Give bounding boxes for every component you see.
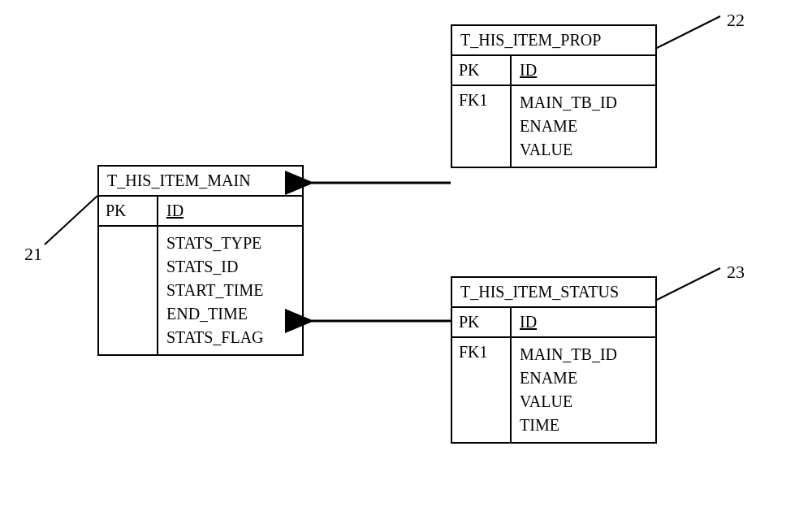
callout-line-21 [41,192,102,249]
callout-22: 22 [727,10,745,31]
empty-key-cell [99,227,158,354]
entity-prop: T_HIS_ITEM_PROP PK ID FK1 MAIN_TB_ID ENA… [451,24,657,168]
svg-line-6 [655,268,720,301]
arrow-prop-to-main [300,171,451,195]
pk-field: ID [512,56,655,84]
field: TIME [520,414,647,437]
pk-field: ID [158,197,302,225]
entity-status: T_HIS_ITEM_STATUS PK ID FK1 MAIN_TB_ID E… [451,276,657,444]
entity-status-pk-row: PK ID [452,308,655,338]
entity-main: T_HIS_ITEM_MAIN PK ID STATS_TYPE STATS_I… [97,165,304,356]
svg-line-4 [45,196,97,245]
entity-status-fields-row: FK1 MAIN_TB_ID ENAME VALUE TIME [452,338,655,442]
er-diagram-canvas: T_HIS_ITEM_MAIN PK ID STATS_TYPE STATS_I… [0,0,812,507]
fields-cell: MAIN_TB_ID ENAME VALUE [512,86,655,167]
field: ENAME [520,366,647,390]
pk-label: PK [452,308,512,336]
callout-line-22 [651,12,724,53]
callout-23: 23 [727,262,745,283]
field: START_TIME [166,279,294,302]
callout-line-23 [651,264,724,305]
svg-line-5 [655,16,720,49]
field: VALUE [520,138,647,162]
fields-cell: STATS_TYPE STATS_ID START_TIME END_TIME … [158,227,302,354]
pk-field: ID [512,308,655,336]
field: END_TIME [166,302,294,326]
field: MAIN_TB_ID [520,343,647,366]
callout-21: 21 [24,244,42,265]
pk-label: PK [99,197,158,225]
field: STATS_FLAG [166,326,294,349]
fk-label: FK1 [452,338,512,442]
entity-main-title: T_HIS_ITEM_MAIN [99,167,302,197]
entity-main-fields-row: STATS_TYPE STATS_ID START_TIME END_TIME … [99,227,302,354]
entity-main-pk-row: PK ID [99,197,302,227]
field: STATS_ID [166,255,294,279]
field: VALUE [520,390,647,414]
entity-prop-fields-row: FK1 MAIN_TB_ID ENAME VALUE [452,86,655,167]
field: STATS_TYPE [166,232,294,255]
field: ENAME [520,115,647,138]
pk-label: PK [452,56,512,84]
fields-cell: MAIN_TB_ID ENAME VALUE TIME [512,338,655,442]
fk-label: FK1 [452,86,512,167]
entity-prop-pk-row: PK ID [452,56,655,86]
arrow-status-to-main [300,309,451,333]
entity-prop-title: T_HIS_ITEM_PROP [452,26,655,56]
field: MAIN_TB_ID [520,91,647,115]
entity-status-title: T_HIS_ITEM_STATUS [452,278,655,308]
